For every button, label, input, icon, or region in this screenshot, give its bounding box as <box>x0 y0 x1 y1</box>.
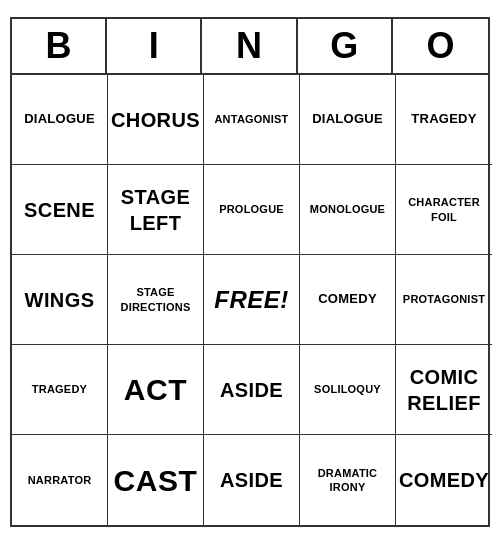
bingo-cell-23: DRAMATIC IRONY <box>300 435 396 525</box>
bingo-cell-16: ACT <box>108 345 204 435</box>
bingo-cell-22: ASIDE <box>204 435 300 525</box>
bingo-cell-0: DIALOGUE <box>12 75 108 165</box>
bingo-cell-12: Free! <box>204 255 300 345</box>
bingo-cell-2: ANTAGONIST <box>204 75 300 165</box>
bingo-cell-9: CHARACTER FOIL <box>396 165 492 255</box>
bingo-cell-4: TRAGEDY <box>396 75 492 165</box>
bingo-cell-13: COMEDY <box>300 255 396 345</box>
bingo-cell-15: TRAGEDY <box>12 345 108 435</box>
bingo-cell-14: PROTAGONIST <box>396 255 492 345</box>
bingo-cell-24: COMEDY <box>396 435 492 525</box>
bingo-cell-3: DIALOGUE <box>300 75 396 165</box>
bingo-cell-18: SOLILOQUY <box>300 345 396 435</box>
bingo-cell-1: CHORUS <box>108 75 204 165</box>
bingo-cell-11: STAGE DIRECTIONS <box>108 255 204 345</box>
header-letter-b: B <box>12 19 107 73</box>
header-letter-o: O <box>393 19 488 73</box>
bingo-cell-20: NARRATOR <box>12 435 108 525</box>
bingo-cell-21: CAST <box>108 435 204 525</box>
header-letter-g: G <box>298 19 393 73</box>
bingo-card: BINGO DIALOGUECHORUSANTAGONISTDIALOGUETR… <box>10 17 490 527</box>
bingo-cell-17: ASIDE <box>204 345 300 435</box>
header-letter-n: N <box>202 19 297 73</box>
bingo-cell-10: WINGS <box>12 255 108 345</box>
bingo-header: BINGO <box>12 19 488 75</box>
bingo-grid: DIALOGUECHORUSANTAGONISTDIALOGUETRAGEDYS… <box>12 75 488 525</box>
bingo-cell-6: STAGE LEFT <box>108 165 204 255</box>
header-letter-i: I <box>107 19 202 73</box>
bingo-cell-5: SCENE <box>12 165 108 255</box>
bingo-cell-7: PROLOGUE <box>204 165 300 255</box>
bingo-cell-19: COMIC RELIEF <box>396 345 492 435</box>
bingo-cell-8: MONOLOGUE <box>300 165 396 255</box>
